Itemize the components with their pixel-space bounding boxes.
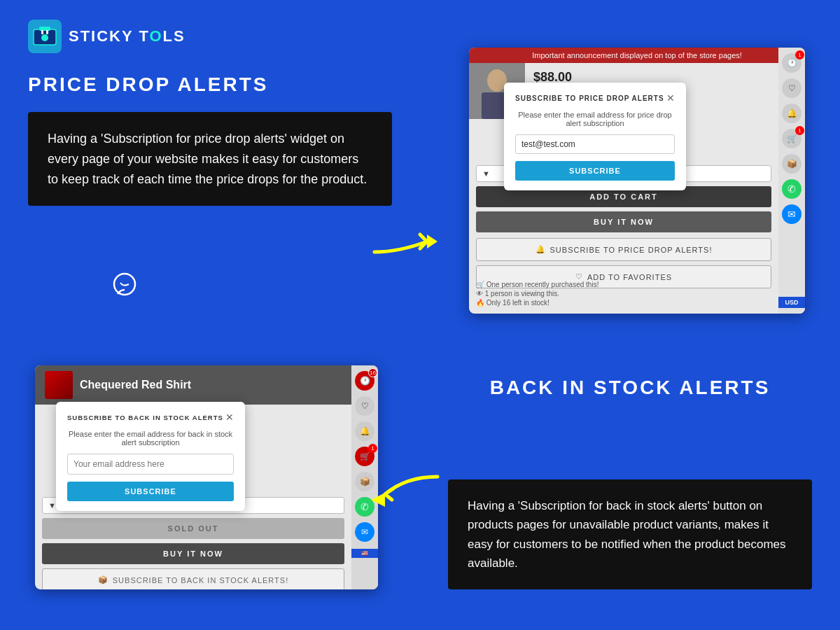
bis-modal-title: SUBSCRIBE TO BACK IN STOCK ALERTS [67,414,223,421]
bis-heart-icon: ♡ [361,401,369,411]
bis-bell-btn[interactable]: 🔔 [355,421,374,441]
svg-rect-4 [46,30,48,34]
bis-product-image [45,371,73,399]
heart-icon-sm: ♡ [788,83,796,93]
box-icon: 📦 [787,159,797,169]
price-drop-widget: Important announcement displayed on top … [469,48,805,314]
svg-marker-9 [427,234,438,248]
chat-icon [111,272,139,306]
price-drop-description: Having a 'Subscription for price drop al… [28,112,392,206]
bis-messenger-btn[interactable]: ✉ [355,522,374,542]
cart-icon-btn[interactable]: 🛒 1 [782,129,802,148]
bis-email-input[interactable] [67,454,234,475]
logo-icon [28,20,62,53]
bis-subscribe-button[interactable]: 📦 SUBSCRIBE TO BACK IN STOCK ALERTS! [42,568,344,589]
svg-rect-3 [41,30,43,34]
logo-area: STICKY TOLS [28,20,186,53]
subscribe-price-drop-button[interactable]: 🔔 SUBSCRIBE TO PRICE DROP ALERTS! [476,238,771,261]
bis-heart-btn[interactable]: ♡ [355,396,374,416]
whatsapp-icon-btn[interactable]: ✆ [782,179,802,199]
messenger-icon: ✉ [788,209,796,220]
bis-modal-description: Please enter the email address for back … [67,430,234,447]
announcement-bar: Important announcement displayed on top … [469,48,805,63]
cart-badge: 1 [795,126,804,135]
back-in-stock-description: Having a 'Subscription for back in stock… [448,479,812,589]
price-drop-modal: SUBSCRIBE TO PRICE DROP ALERTS ✕ Please … [504,83,686,190]
bis-product-title: Chequered Red Shirt [80,379,191,391]
bis-flag-badge: 🇺🇸 [351,549,378,558]
history-icon: 🕐 [787,58,797,68]
svg-marker-10 [371,493,385,507]
social-proof: 🛒 One person recently purchased this! 👁 … [469,275,778,314]
sold-out-button: SOLD OUT [42,518,344,539]
modal-title: SUBSCRIBE TO PRICE DROP ALERTS [515,94,664,102]
messenger-icon-btn[interactable]: ✉ [782,204,802,224]
arrow-right [371,224,455,262]
svg-point-2 [41,34,48,41]
bis-bell-icon: 🔔 [360,426,370,436]
logo-text: STICKY TOLS [69,27,186,46]
modal-close-button[interactable]: ✕ [666,92,675,104]
usd-badge: USD [778,297,805,308]
bell-icon-sm: 🔔 [787,108,797,118]
history-icon-btn[interactable]: 🕐 1 [782,53,802,73]
bis-cart-badge: 1 [368,444,377,453]
bis-subscribe-modal-button[interactable]: SUBSCRIBE [67,482,234,501]
bis-cart-btn[interactable]: 🛒 1 [355,447,374,466]
svg-rect-1 [39,27,50,31]
bis-modal: SUBSCRIBE TO BACK IN STOCK ALERTS ✕ Plea… [56,402,245,511]
bis-history-icon: 🕐 [360,376,370,386]
bis-badge: 16 [368,368,377,377]
bis-messenger-icon: ✉ [361,527,368,537]
box-icon-btn[interactable]: 📦 [782,154,802,174]
bell-icon: 🔔 [536,245,546,254]
wishlist-icon-btn[interactable]: ♡ [782,78,802,98]
cart-icon: 🛒 [787,134,797,144]
badge: 1 [795,50,804,59]
svg-point-5 [114,274,135,295]
back-in-stock-widget: Chequered Red Shirt ▼ SOLD OUT BUY IT NO… [35,365,378,589]
bis-modal-close-button[interactable]: ✕ [225,412,234,423]
whatsapp-icon: ✆ [788,183,796,195]
back-in-stock-title: BACK IN STOCK ALERTS [448,377,812,399]
bis-cart-icon: 🛒 [360,451,370,461]
arrow-left [350,466,441,511]
modal-description: Please enter the email address for price… [515,111,675,127]
notification-icon-btn[interactable]: 🔔 [782,104,802,123]
subscribe-button[interactable]: SUBSCRIBE [515,161,675,181]
right-icons: 🕐 1 ♡ 🔔 🛒 1 📦 ✆ ✉ USD [778,48,805,314]
bis-buy-button[interactable]: BUY IT NOW [42,543,344,564]
buy-it-now-button[interactable]: BUY IT NOW [476,211,771,232]
modal-header: SUBSCRIBE TO PRICE DROP ALERTS ✕ [515,92,675,104]
box-subscribe-icon: 📦 [98,575,108,584]
bis-product-header: Chequered Red Shirt [35,365,378,405]
price-drop-title: PRICE DROP ALERTS [28,74,268,96]
email-input[interactable] [515,134,675,154]
bis-history-btn[interactable]: 🕐 16 [355,371,374,391]
bis-modal-header: SUBSCRIBE TO BACK IN STOCK ALERTS ✕ [67,412,234,423]
